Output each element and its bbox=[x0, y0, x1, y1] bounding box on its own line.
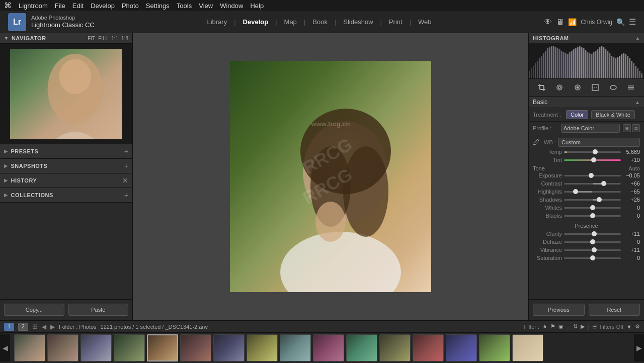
paste-button[interactable]: Paste bbox=[68, 304, 129, 316]
filmstrip-right-arrow[interactable]: ▶ bbox=[634, 334, 644, 361]
highlights-value: −65 bbox=[623, 189, 640, 195]
menu-photo[interactable]: Photo bbox=[122, 2, 139, 10]
tab-web[interactable]: Web bbox=[413, 16, 437, 28]
film-thumb-1[interactable] bbox=[14, 334, 45, 361]
shadows-slider[interactable] bbox=[564, 199, 621, 201]
wb-eyedropper[interactable]: 🖊 bbox=[533, 138, 540, 146]
basic-header[interactable]: Basic ▲ bbox=[529, 97, 644, 108]
tab-print[interactable]: Print bbox=[384, 16, 408, 28]
nav-size-1to1[interactable]: 1:1 bbox=[111, 36, 118, 41]
menu-file[interactable]: File bbox=[55, 2, 65, 10]
user-name: Chris Orwig bbox=[581, 19, 612, 26]
tint-slider[interactable] bbox=[564, 159, 621, 161]
filmstrip-left-arrow[interactable]: ◀ bbox=[0, 334, 10, 361]
apple-menu[interactable]: ⌘ bbox=[4, 1, 12, 10]
temp-slider[interactable] bbox=[564, 151, 621, 153]
dehaze-slider[interactable] bbox=[564, 241, 621, 243]
filter-dropdown[interactable]: ▼ bbox=[626, 324, 632, 330]
profile-select[interactable]: Adobe Color bbox=[561, 124, 620, 133]
radial-filter-tool[interactable] bbox=[608, 82, 619, 93]
tone-auto-btn[interactable]: Auto bbox=[628, 165, 640, 171]
film-thumb-13[interactable] bbox=[413, 334, 444, 361]
contrast-slider[interactable] bbox=[564, 183, 621, 185]
page-1[interactable]: 1 bbox=[4, 323, 14, 331]
tool-row bbox=[529, 79, 644, 97]
previous-button[interactable]: Previous bbox=[533, 304, 585, 316]
spot-removal-tool[interactable] bbox=[554, 82, 565, 93]
menu-window[interactable]: Window bbox=[220, 2, 243, 10]
film-thumb-14[interactable] bbox=[446, 334, 477, 361]
tab-map[interactable]: Map bbox=[279, 16, 302, 28]
film-thumb-12[interactable] bbox=[379, 334, 411, 361]
filter-more[interactable]: ≡ bbox=[567, 324, 570, 330]
menu-view[interactable]: View bbox=[199, 2, 213, 10]
film-thumb-5[interactable] bbox=[147, 334, 178, 361]
nav-size-fit[interactable]: FIT bbox=[88, 36, 95, 41]
adjustment-brush-tool[interactable] bbox=[625, 82, 636, 93]
navigator-header[interactable]: ▼ Navigator FIT FILL 1:1 1:8 bbox=[0, 33, 132, 44]
film-thumb-10[interactable] bbox=[313, 334, 344, 361]
collections-add-btn[interactable]: + bbox=[124, 191, 128, 199]
presets-header[interactable]: ▶ Presets + bbox=[0, 144, 132, 158]
search-icon[interactable]: 🔍 bbox=[616, 18, 625, 26]
copy-button[interactable]: Copy... bbox=[4, 304, 64, 316]
tab-book[interactable]: Book bbox=[307, 16, 333, 28]
filter-arrow[interactable]: ▶ bbox=[581, 323, 585, 330]
menu-settings[interactable]: Settings bbox=[146, 2, 170, 10]
crop-tool[interactable] bbox=[536, 82, 547, 93]
filter-settings[interactable]: ⚙ bbox=[635, 323, 640, 330]
gradient-filter-tool[interactable] bbox=[590, 82, 601, 93]
profile-list-btn[interactable]: ⊡ bbox=[632, 124, 640, 132]
filter-color[interactable]: ◉ bbox=[558, 323, 564, 330]
highlights-slider[interactable] bbox=[564, 191, 621, 193]
color-treatment-btn[interactable]: Color bbox=[566, 110, 588, 119]
menu-icon[interactable]: ☰ bbox=[629, 17, 636, 27]
film-thumb-16[interactable] bbox=[512, 334, 543, 361]
exposure-slider[interactable] bbox=[564, 175, 621, 176]
filter-sort[interactable]: ⇅ bbox=[573, 323, 578, 330]
nav-size-1to8[interactable]: 1:8 bbox=[121, 36, 128, 41]
film-thumb-2[interactable] bbox=[47, 334, 78, 361]
film-thumb-4[interactable] bbox=[114, 334, 145, 361]
history-clear-btn[interactable]: ✕ bbox=[122, 176, 128, 185]
profile-grid-btn[interactable]: ⊞ bbox=[623, 124, 631, 132]
film-thumb-6[interactable] bbox=[180, 334, 211, 361]
bw-treatment-btn[interactable]: Black & White bbox=[591, 110, 634, 119]
clarity-slider[interactable] bbox=[564, 233, 621, 235]
view-toggle[interactable]: ⊟ bbox=[592, 323, 597, 330]
film-thumb-8[interactable] bbox=[247, 334, 278, 361]
grid-view-icon[interactable]: ⊞ bbox=[32, 323, 38, 330]
menu-help[interactable]: Help bbox=[250, 2, 264, 10]
filter-rating[interactable]: ★ bbox=[542, 323, 547, 330]
wb-select[interactable]: Custom bbox=[558, 138, 640, 147]
menu-develop[interactable]: Develop bbox=[91, 2, 115, 10]
prev-arrow[interactable]: ◀ bbox=[42, 323, 46, 330]
vibrance-slider[interactable] bbox=[564, 249, 621, 251]
next-arrow[interactable]: ▶ bbox=[50, 323, 55, 330]
whites-slider[interactable] bbox=[564, 207, 621, 209]
presets-add-btn[interactable]: + bbox=[124, 147, 128, 155]
film-thumb-7[interactable] bbox=[213, 334, 245, 361]
snapshots-add-btn[interactable]: + bbox=[124, 162, 128, 170]
tab-library[interactable]: Library bbox=[202, 16, 232, 28]
menu-edit[interactable]: Edit bbox=[72, 2, 84, 10]
film-thumb-15[interactable] bbox=[479, 334, 510, 361]
blacks-slider[interactable] bbox=[564, 215, 621, 217]
film-thumb-9[interactable] bbox=[280, 334, 311, 361]
menu-lightroom[interactable]: Lightroom bbox=[19, 2, 48, 10]
collections-header[interactable]: ▶ Collections + bbox=[0, 188, 132, 202]
reset-button[interactable]: Reset bbox=[589, 304, 640, 316]
nav-size-fill[interactable]: FILL bbox=[98, 36, 108, 41]
page-2[interactable]: 2 bbox=[18, 323, 28, 331]
histogram-header[interactable]: Histogram ▲ bbox=[529, 33, 644, 43]
tab-slideshow[interactable]: Slideshow bbox=[338, 16, 378, 28]
tab-develop[interactable]: Develop bbox=[238, 16, 274, 28]
film-thumb-3[interactable] bbox=[80, 334, 112, 361]
menu-tools[interactable]: Tools bbox=[177, 2, 192, 10]
film-thumb-11[interactable] bbox=[346, 334, 377, 361]
red-eye-tool[interactable] bbox=[572, 82, 583, 93]
history-header[interactable]: ▶ History ✕ bbox=[0, 173, 132, 188]
filter-flag[interactable]: ⚑ bbox=[550, 323, 555, 330]
snapshots-header[interactable]: ▶ Snapshots + bbox=[0, 159, 132, 173]
saturation-slider[interactable] bbox=[564, 257, 621, 259]
